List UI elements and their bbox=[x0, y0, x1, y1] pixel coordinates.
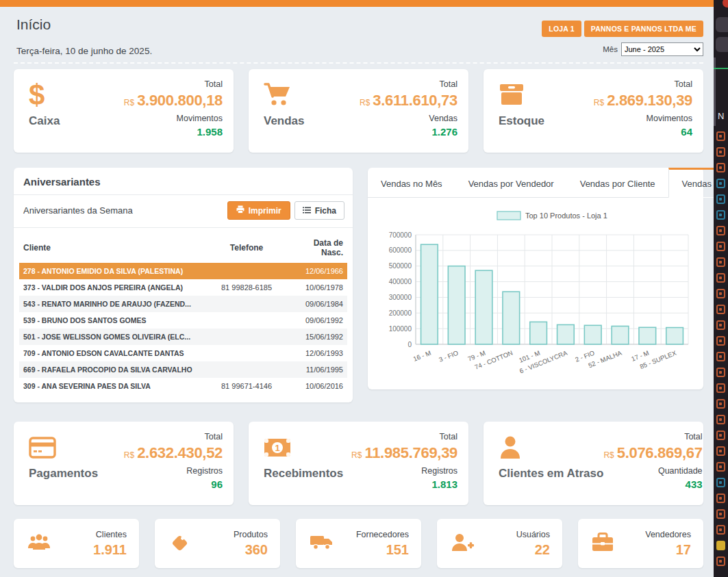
cell-cliente: 669 - RAFAELA PROCOPIO DA SILVA CARVALHO bbox=[19, 361, 206, 378]
file-icon bbox=[716, 163, 725, 172]
file-icon bbox=[716, 493, 725, 503]
table-row[interactable]: 309 - ANA SEVERINA PAES DA SILVA81 99671… bbox=[19, 378, 347, 394]
file-icon bbox=[716, 147, 725, 157]
count-card-value: 1.911 bbox=[93, 542, 127, 558]
tab-vendas-no-mes[interactable]: Vendas no Mês bbox=[368, 168, 455, 197]
svg-text:300000: 300000 bbox=[389, 294, 412, 301]
table-row[interactable]: 501 - JOSE WELISSON GOMES OLIVEIRA (ELC.… bbox=[19, 329, 347, 345]
total-value: 11.985.769,39 bbox=[364, 444, 457, 461]
strip-label: N bbox=[718, 111, 724, 121]
count-value: 1.813 bbox=[351, 479, 457, 489]
credit-card-icon bbox=[29, 433, 98, 463]
print-button[interactable]: Imprimir bbox=[227, 201, 290, 220]
file-icon bbox=[716, 525, 725, 535]
column-header-cliente: Cliente bbox=[19, 232, 206, 263]
store-button[interactable]: LOJA 1 bbox=[542, 21, 581, 37]
table-row[interactable]: 539 - BRUNO DOS SANTOS GOMES09/06/1992 bbox=[19, 312, 347, 329]
toolbar-button-edge bbox=[716, 17, 728, 32]
total-label: Total bbox=[124, 433, 223, 441]
estoque-card: Estoque Total R$2.869.130,39 Movimentos … bbox=[484, 69, 703, 153]
svg-text:200000: 200000 bbox=[389, 309, 412, 317]
count-card-label: Clientes bbox=[93, 530, 127, 539]
tab-vendas-por-cliente[interactable]: Vendas por Cliente bbox=[567, 168, 668, 197]
total-label: Total bbox=[360, 80, 457, 89]
cell-data-nasc: 10/06/1978 bbox=[287, 279, 347, 296]
birthdays-title: Aniversariantes bbox=[14, 168, 353, 195]
archive-icon bbox=[499, 80, 544, 110]
file-icon bbox=[716, 179, 725, 188]
dashboard-page: { "colors": { "topbar": "#f0892e", "acce… bbox=[0, 0, 728, 577]
svg-text:16 - M: 16 - M bbox=[412, 349, 432, 363]
currency-symbol: R$ bbox=[603, 450, 614, 460]
file-icon bbox=[716, 431, 725, 440]
file-icon bbox=[716, 226, 725, 235]
total-value: 3.900.800,18 bbox=[137, 92, 223, 109]
top-accent-bar bbox=[0, 0, 714, 7]
month-select[interactable]: June - 2025 bbox=[621, 42, 703, 56]
count-card-value: 22 bbox=[516, 542, 550, 558]
cell-cliente: 309 - ANA SEVERINA PAES DA SILVA bbox=[19, 378, 206, 394]
cell-data-nasc: 09/06/1992 bbox=[287, 312, 347, 329]
top-products-bar-chart: Top 10 Produtos - Loja 10100000200000300… bbox=[373, 203, 696, 383]
total-value: 2.869.130,39 bbox=[607, 92, 692, 109]
cell-cliente: 709 - ANTONIO EDSON CAVALCANTE DANTAS bbox=[19, 345, 206, 361]
month-label: Mês bbox=[603, 45, 618, 53]
total-label: Total bbox=[124, 80, 223, 89]
count-label: Vendas bbox=[360, 114, 457, 123]
cell-cliente: 501 - JOSE WELISSON GOMES OLIVEIRA (ELC.… bbox=[19, 329, 206, 345]
cell-data-nasc: 12/06/1966 bbox=[287, 263, 347, 279]
table-row[interactable]: 278 - ANTONIO EMIDIO DA SILVA (PALESTINA… bbox=[19, 263, 347, 279]
file-icon bbox=[716, 336, 725, 346]
card-label: Vendas bbox=[264, 114, 305, 128]
file-icon bbox=[716, 478, 725, 487]
dollar-icon: $ bbox=[29, 80, 60, 110]
table-row[interactable]: 709 - ANTONIO EDSON CAVALCANTE DANTAS12/… bbox=[19, 345, 347, 361]
green-indicator-line bbox=[714, 68, 728, 69]
svg-text:3 - FIO: 3 - FIO bbox=[438, 349, 460, 363]
truck-icon bbox=[310, 533, 333, 554]
file-icon bbox=[716, 257, 725, 267]
current-date: Terça-feira, 10 de junho de 2025. bbox=[16, 46, 152, 56]
company-button[interactable]: PANNOS E PANNOS LTDA ME bbox=[584, 21, 703, 37]
table-row[interactable]: 373 - VALDIR DOS ANJOS PEREIRA (ANGELA)8… bbox=[19, 279, 347, 296]
count-card-value: 360 bbox=[234, 542, 268, 558]
currency-symbol: R$ bbox=[124, 98, 134, 107]
card-label: Estoque bbox=[499, 114, 544, 128]
svg-text:500000: 500000 bbox=[389, 262, 412, 270]
count-value: 64 bbox=[594, 127, 692, 137]
cell-data-nasc: 09/06/1984 bbox=[287, 296, 347, 312]
count-value: 433 bbox=[603, 479, 702, 489]
file-icon bbox=[716, 289, 725, 298]
toolbar-button-edge bbox=[716, 37, 728, 52]
table-row[interactable]: 669 - RAFAELA PROCOPIO DA SILVA CARVALHO… bbox=[19, 361, 347, 378]
count-label: Registros bbox=[124, 467, 223, 476]
window-close-icon bbox=[723, 0, 728, 8]
adjacent-window-edge: N bbox=[714, 0, 728, 577]
card-label: Pagamentos bbox=[29, 467, 98, 480]
count-card-label: Usuários bbox=[516, 530, 550, 539]
file-icon bbox=[716, 210, 725, 220]
money-bill-icon: 1 bbox=[264, 433, 343, 463]
summary-card-row: $ Caixa Total R$3.900.800,18 Movimentos … bbox=[14, 69, 703, 153]
ficha-button[interactable]: Ficha bbox=[294, 201, 344, 220]
recebimentos-card: 1 Recebimentos Total R$11.985.769,39 Reg… bbox=[249, 422, 468, 505]
file-icon bbox=[716, 273, 725, 283]
tab-vendas-por-vendedor[interactable]: Vendas por Vendedor bbox=[455, 168, 567, 197]
file-icon bbox=[716, 415, 725, 424]
usuarios-card: Usuários 22 bbox=[437, 519, 562, 568]
count-card-row: Clientes 1.911 Produtos 360 Fornecedores… bbox=[14, 519, 703, 568]
cell-cliente: 373 - VALDIR DOS ANJOS PEREIRA (ANGELA) bbox=[19, 279, 206, 296]
count-card-value: 17 bbox=[645, 542, 691, 558]
table-row[interactable]: 543 - RENATO MARINHO DE ARAUJO (FAZEND..… bbox=[19, 296, 347, 312]
total-label: Total bbox=[351, 433, 457, 441]
column-header-telefone: Telefone bbox=[206, 232, 287, 263]
file-icon bbox=[716, 368, 725, 377]
currency-symbol: R$ bbox=[351, 450, 362, 460]
cell-telefone bbox=[206, 263, 287, 279]
file-icon bbox=[716, 541, 725, 550]
cell-telefone bbox=[206, 312, 287, 329]
svg-text:Top 10 Produtos - Loja 1: Top 10 Produtos - Loja 1 bbox=[525, 211, 607, 220]
column-header-data-nasc: Data de Nasc. bbox=[287, 232, 347, 263]
cell-data-nasc: 10/06/2016 bbox=[287, 378, 347, 394]
cell-telefone bbox=[206, 329, 287, 345]
